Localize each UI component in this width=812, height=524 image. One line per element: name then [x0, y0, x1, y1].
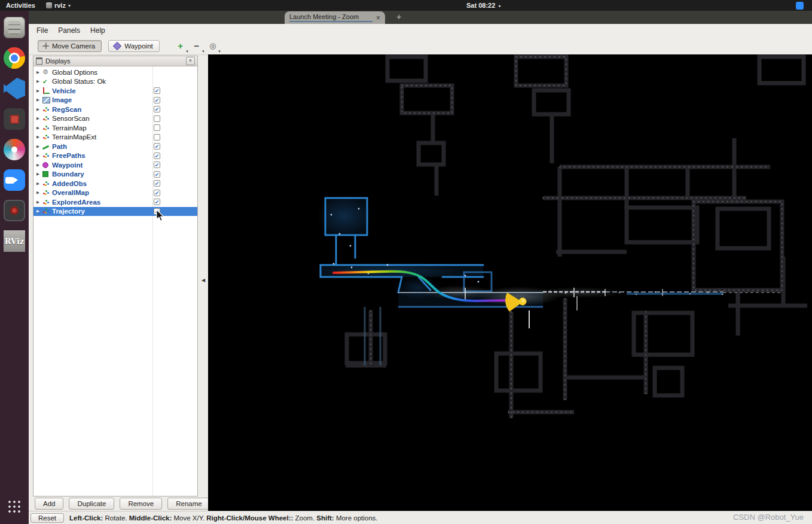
expand-arrow-icon[interactable]: ▶	[36, 163, 42, 167]
dock-item-rviz[interactable]: RViz	[2, 230, 26, 252]
move-camera-tool-button[interactable]: Move Camera	[38, 40, 102, 52]
expand-arrow-icon[interactable]: ▶	[36, 181, 42, 186]
panel-close-icon[interactable]: ×	[186, 57, 195, 65]
display-item-freepaths[interactable]: ▶FreePaths✔	[33, 151, 197, 161]
display-item-sensorscan[interactable]: ▶SensorScan	[33, 114, 197, 124]
dock-item-record-app[interactable]	[2, 199, 26, 222]
expand-arrow-icon[interactable]: ▶	[36, 135, 42, 139]
display-item-exploredareas[interactable]: ▶ExploredAreas✔	[33, 197, 197, 207]
dock-item-app-grid[interactable]	[2, 495, 26, 518]
display-item-overallmap[interactable]: ▶OverallMap✔	[33, 188, 197, 198]
panel-collapse-handle[interactable]: ◀	[202, 278, 205, 283]
expand-arrow-icon[interactable]: ▶	[36, 172, 42, 176]
visibility-checkbox[interactable]	[154, 134, 160, 141]
expand-arrow-icon[interactable]: ▶	[36, 79, 42, 84]
display-item-trajectory[interactable]: ▶Trajectory✔	[33, 207, 197, 217]
new-tab-button[interactable]: +	[393, 13, 404, 22]
dock-item-pinwheel-app[interactable]	[2, 138, 26, 161]
visibility-checkbox[interactable]	[154, 124, 160, 131]
expand-arrow-icon[interactable]: ▶	[36, 116, 42, 121]
menu-help[interactable]: Help	[90, 26, 105, 35]
3d-viewport[interactable]	[208, 54, 812, 511]
expand-arrow-icon[interactable]: ▶	[36, 70, 42, 75]
visibility-checkbox[interactable]: ✔	[154, 190, 160, 196]
visibility-checkbox[interactable]: ✔	[154, 180, 160, 187]
pointcloud-icon	[42, 180, 50, 187]
expand-arrow-icon[interactable]: ▶	[36, 98, 42, 102]
rename-display-button[interactable]: Rename	[167, 498, 210, 510]
activities-button[interactable]: Activities	[6, 2, 35, 9]
dock-item-red-square-app[interactable]	[2, 108, 26, 130]
display-item-label: Global Status: Ok	[52, 78, 106, 85]
display-item-label: Vehicle	[52, 87, 76, 95]
visibility-checkbox[interactable]: ✔	[154, 199, 160, 205]
display-item-label: AddedObs	[52, 180, 87, 187]
display-item-image[interactable]: ▶Image✔	[33, 96, 197, 105]
display-item-label: Trajectory	[52, 208, 85, 215]
displays-panel-title: Displays	[45, 57, 71, 65]
vscode-icon	[4, 78, 25, 99]
display-item-regscan[interactable]: ▶RegScan✔	[33, 105, 197, 114]
expand-arrow-icon[interactable]: ▶	[36, 107, 42, 112]
tab-close-icon[interactable]: ×	[376, 14, 380, 22]
app-menu[interactable]: rviz ▾	[46, 2, 71, 9]
remove-tool-button[interactable]: −	[190, 39, 203, 53]
duplicate-display-button[interactable]: Duplicate	[69, 498, 114, 510]
reset-button[interactable]: Reset	[30, 513, 64, 523]
clock-label: Sat 08:22	[466, 2, 495, 9]
browser-tab[interactable]: Launch Meeting - Zoom ×	[285, 11, 385, 24]
record-app-icon	[4, 200, 25, 221]
display-item-terrainmap[interactable]: ▶TerrainMap	[33, 123, 197, 133]
display-item-label: FreePaths	[52, 152, 86, 159]
menu-bar: File Panels Help	[29, 24, 812, 37]
visibility-checkbox[interactable]	[154, 115, 160, 122]
expand-arrow-icon[interactable]: ▶	[36, 209, 42, 214]
display-item-waypoint[interactable]: ▶Waypoint✔	[33, 160, 197, 170]
menu-file[interactable]: File	[36, 26, 48, 35]
menu-panels[interactable]: Panels	[58, 26, 80, 35]
expand-arrow-icon[interactable]: ▶	[36, 190, 42, 195]
add-tool-button[interactable]: +	[174, 39, 187, 53]
expand-arrow-icon[interactable]: ▶	[36, 89, 42, 93]
display-item-label: OverallMap	[52, 189, 89, 196]
add-display-button[interactable]: Add	[35, 498, 63, 510]
focus-camera-button[interactable]: ◎	[206, 39, 219, 53]
dock-item-vscode[interactable]	[2, 77, 26, 100]
image-icon	[42, 96, 50, 103]
expand-arrow-icon[interactable]: ▶	[36, 126, 42, 130]
display-item-path[interactable]: ▶Path✔	[33, 142, 197, 151]
waypoint-tool-button[interactable]: Waypoint	[108, 40, 160, 52]
visibility-checkbox[interactable]: ✔	[154, 143, 160, 150]
zoom-icon	[4, 169, 25, 191]
expand-arrow-icon[interactable]: ▶	[36, 200, 42, 205]
rviz-app-icon	[46, 2, 52, 8]
dock-item-files[interactable]	[2, 16, 26, 39]
expand-arrow-icon[interactable]: ▶	[36, 144, 42, 149]
visibility-checkbox[interactable]: ✔	[154, 162, 160, 168]
marker-icon	[42, 170, 50, 178]
visibility-checkbox[interactable]: ✔	[154, 171, 160, 178]
visibility-checkbox[interactable]: ✔	[154, 97, 160, 103]
displays-panel-buttons: Add Duplicate Remove Rename	[35, 498, 210, 510]
screenshare-indicator-icon[interactable]	[796, 2, 804, 10]
display-item-global-options[interactable]: ▶Global Options	[33, 68, 197, 77]
visibility-checkbox[interactable]: ✔	[154, 106, 160, 112]
display-item-terrainmapext[interactable]: ▶TerrainMapExt	[33, 133, 197, 142]
display-item-global-status-ok[interactable]: ▶Global Status: Ok	[33, 77, 197, 87]
axes-icon	[42, 87, 50, 95]
display-item-boundary[interactable]: ▶Boundary✔	[33, 170, 197, 179]
move-camera-label: Move Camera	[52, 42, 95, 50]
visibility-checkbox[interactable]: ✔	[154, 87, 160, 94]
display-item-vehicle[interactable]: ▶Vehicle✔	[33, 86, 197, 96]
remove-display-button[interactable]: Remove	[120, 498, 162, 510]
visibility-checkbox[interactable]: ✔	[154, 153, 160, 159]
visibility-checkbox[interactable]: ✔	[154, 208, 160, 215]
waypoint-icon	[113, 41, 121, 50]
dock-item-zoom[interactable]	[2, 169, 26, 191]
display-item-addedobs[interactable]: ▶AddedObs✔	[33, 179, 197, 188]
clock[interactable]: Sat 08:22 ●	[466, 0, 501, 11]
displays-panel-header[interactable]: Displays ×	[33, 56, 197, 66]
expand-arrow-icon[interactable]: ▶	[36, 153, 42, 158]
dock-item-chrome[interactable]	[2, 47, 26, 69]
tool-bar: Move Camera Waypoint + − ◎	[29, 37, 812, 55]
